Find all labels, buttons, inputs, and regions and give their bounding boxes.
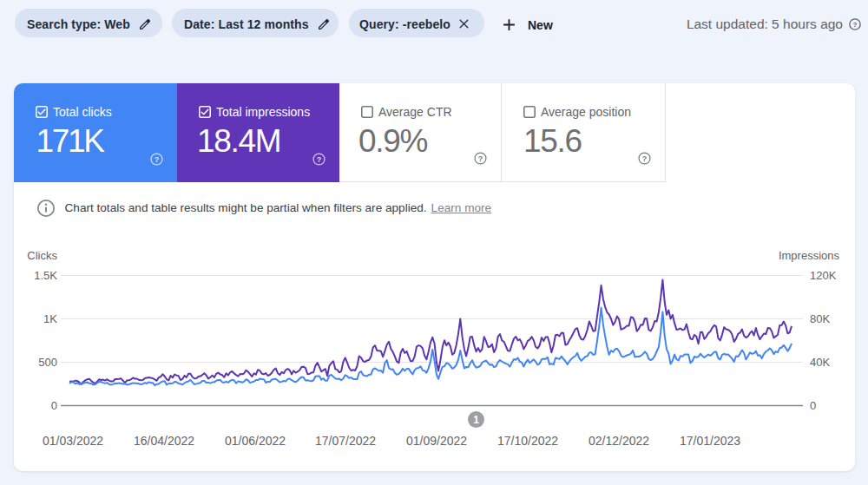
svg-text:?: ? — [853, 21, 858, 29]
svg-text:?: ? — [642, 154, 648, 163]
svg-text:?: ? — [155, 155, 160, 164]
svg-text:?: ? — [317, 155, 322, 164]
svg-text:?: ? — [478, 154, 483, 163]
